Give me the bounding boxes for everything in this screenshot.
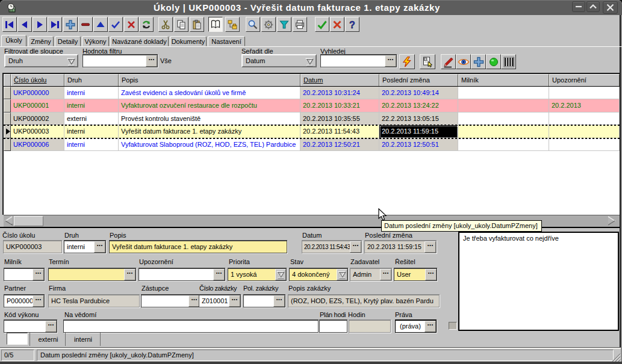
svg-text:?: ?	[349, 19, 355, 29]
